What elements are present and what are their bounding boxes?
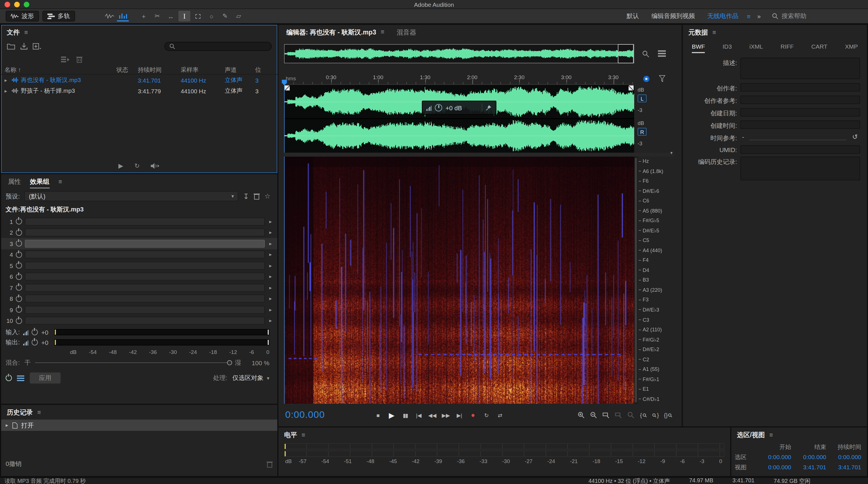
input-power-icon[interactable]: [32, 329, 38, 335]
loop-preview-icon[interactable]: ↻: [134, 162, 140, 170]
marker-filter-icon[interactable]: [659, 75, 665, 82]
brush-tool-icon[interactable]: ✎: [219, 11, 231, 22]
ruler-unit-label[interactable]: hms: [286, 75, 296, 81]
volume-hud[interactable]: +0 dB: [422, 101, 496, 115]
overview-navigator[interactable]: [284, 44, 634, 63]
panel-menu-icon[interactable]: ≡: [769, 431, 773, 438]
process-dropdown[interactable]: 仅选区对象 ▾: [232, 374, 269, 382]
close-window-icon[interactable]: [4, 2, 10, 7]
effect-slot-5[interactable]: 5▸: [1, 260, 277, 271]
slot-arrow-icon[interactable]: ▸: [268, 252, 273, 258]
expand-caret-icon[interactable]: ▸: [4, 88, 9, 93]
slot-power-icon[interactable]: [16, 219, 22, 225]
panel-menu-icon[interactable]: ≡: [302, 431, 305, 438]
fade-in-handle[interactable]: [285, 85, 290, 90]
effect-slot-8[interactable]: 8▸: [1, 293, 277, 304]
workspace-overflow-icon[interactable]: »: [754, 13, 764, 20]
help-search-input[interactable]: 搜索帮助: [772, 12, 862, 20]
preset-dropdown[interactable]: (默认) ▾: [24, 191, 239, 201]
slot-power-icon[interactable]: [16, 296, 22, 302]
loop-state-icon[interactable]: [643, 75, 650, 82]
slot-arrow-icon[interactable]: ▸: [268, 307, 273, 313]
new-item-icon[interactable]: [33, 43, 41, 50]
expand-caret-icon[interactable]: ▸: [4, 77, 9, 83]
slot-arrow-icon[interactable]: ▸: [268, 296, 273, 302]
timeline-ruler[interactable]: 0:301:001:302:002:303:003:30: [284, 73, 634, 85]
slot-power-icon[interactable]: [16, 274, 22, 280]
fade-out-handle[interactable]: [628, 85, 633, 90]
eraser-tool-icon[interactable]: ▱: [233, 11, 245, 22]
panel-menu-icon[interactable]: ≡: [712, 29, 716, 36]
metadata-tab-id3[interactable]: ID3: [722, 43, 732, 53]
slot-area[interactable]: [25, 251, 265, 259]
slot-area[interactable]: [25, 317, 265, 325]
view-end[interactable]: 3:41.701: [791, 464, 826, 472]
razor-tool-icon[interactable]: ✂: [151, 11, 163, 22]
coding-history-field[interactable]: [740, 156, 860, 180]
files-search-input[interactable]: [164, 42, 272, 51]
delete-file-icon[interactable]: [76, 56, 83, 63]
history-entry[interactable]: ▸ 打开: [1, 420, 277, 431]
slot-area[interactable]: [25, 262, 265, 270]
panel-menu-icon[interactable]: ≡: [58, 178, 62, 185]
panel-menu-icon[interactable]: ≡: [24, 29, 28, 36]
workspace-menu-icon[interactable]: ≡: [746, 13, 752, 20]
import-file-icon[interactable]: [20, 43, 28, 50]
file-row-open[interactable]: ▸ 再也没有 - 耿斯汉.mp3 3:41.701 44100 Hz 立体声 3: [1, 75, 277, 85]
preview-play-icon[interactable]: ▶: [118, 162, 123, 170]
spectral-display[interactable]: [284, 156, 634, 404]
reset-time-ref-icon[interactable]: ↺: [850, 133, 860, 141]
selection-end[interactable]: 0:00.000: [791, 453, 826, 461]
playhead-line[interactable]: [284, 85, 285, 153]
effect-slot-3[interactable]: 3▸: [1, 238, 277, 249]
right-channel-button[interactable]: R: [638, 128, 647, 136]
zoom-in-button[interactable]: [576, 409, 587, 421]
slot-area[interactable]: [25, 284, 265, 292]
zoom-display-icon[interactable]: [642, 50, 650, 57]
mix-slider[interactable]: [35, 363, 230, 363]
slot-power-icon[interactable]: [16, 230, 22, 236]
playhead-line[interactable]: [284, 156, 285, 404]
panel-menu-icon[interactable]: ≡: [37, 409, 41, 416]
loop-playback-button[interactable]: ↻: [480, 409, 492, 421]
zoom-out-button[interactable]: [588, 409, 599, 421]
clear-history-icon[interactable]: [267, 460, 273, 468]
zoom-selection-in-point-button[interactable]: {: [638, 409, 649, 421]
fast-forward-button[interactable]: ▶▶: [440, 409, 452, 421]
workspace-edit-audio-to-video[interactable]: 编辑音频到视频: [646, 12, 700, 20]
zoom-window-icon[interactable]: [24, 2, 29, 7]
marquee-tool-icon[interactable]: [192, 11, 204, 22]
slot-area[interactable]: [25, 229, 265, 237]
lasso-tool-icon[interactable]: ○: [206, 11, 217, 22]
slip-tool-icon[interactable]: ↔: [165, 11, 177, 22]
slot-arrow-icon[interactable]: ▸: [268, 285, 273, 291]
spectral-display-icon[interactable]: [117, 11, 129, 22]
mix-slider-knob[interactable]: [227, 360, 232, 365]
vertical-scrollbar[interactable]: [634, 156, 638, 404]
slot-area[interactable]: [25, 218, 265, 226]
tab-effects-rack[interactable]: 效果组: [30, 175, 50, 188]
slot-power-icon[interactable]: [16, 285, 22, 291]
view-start[interactable]: 0:00.000: [756, 464, 791, 472]
metadata-tab-xmp[interactable]: XMP: [845, 43, 858, 53]
create-date-field[interactable]: [740, 108, 860, 116]
save-preset-icon[interactable]: ↧: [243, 192, 249, 200]
slot-power-icon[interactable]: [16, 252, 22, 258]
multitrack-mode-button[interactable]: 多轨: [42, 11, 75, 22]
slot-area[interactable]: [25, 240, 265, 248]
rack-routing-icon[interactable]: [17, 375, 24, 381]
metadata-tab-ixml[interactable]: iXML: [749, 43, 763, 53]
effect-slot-9[interactable]: 9▸: [1, 304, 277, 315]
slot-arrow-icon[interactable]: ▸: [268, 241, 273, 247]
delete-preset-icon[interactable]: [254, 193, 260, 200]
rack-power-icon[interactable]: [6, 375, 12, 381]
slot-arrow-icon[interactable]: ▸: [268, 274, 273, 280]
waveform-display-icon[interactable]: [103, 11, 115, 22]
insert-into-multitrack-icon[interactable]: [61, 56, 69, 62]
slot-power-icon[interactable]: [16, 318, 22, 324]
slot-arrow-icon[interactable]: ▸: [268, 263, 273, 268]
slot-arrow-icon[interactable]: ▸: [268, 230, 273, 235]
creator-field[interactable]: [740, 83, 860, 92]
channel-layout-icon[interactable]: [658, 50, 665, 57]
hud-gain-value[interactable]: +0 dB: [445, 104, 462, 111]
